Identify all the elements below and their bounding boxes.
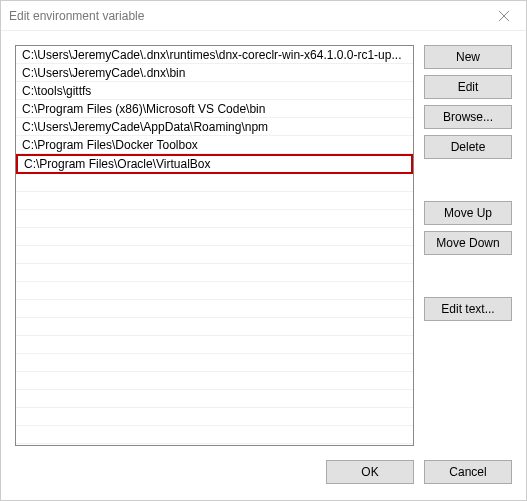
list-item[interactable] [16,192,413,210]
titlebar: Edit environment variable [1,1,526,31]
list-item[interactable] [16,318,413,336]
list-item[interactable] [16,282,413,300]
list-item[interactable] [16,174,413,192]
edit-text-button[interactable]: Edit text... [424,297,512,321]
new-button[interactable]: New [424,45,512,69]
list-item[interactable] [16,246,413,264]
dialog-footer: OK Cancel [1,454,526,500]
list-item[interactable] [16,336,413,354]
close-icon [499,11,509,21]
spacer [424,261,512,291]
dialog-content: C:\Users\JeremyCade\.dnx\runtimes\dnx-co… [1,31,526,454]
list-item[interactable]: C:\Users\JeremyCade\.dnx\bin [16,64,413,82]
list-item[interactable] [16,426,413,444]
list-item[interactable] [16,390,413,408]
list-item[interactable] [16,408,413,426]
delete-button[interactable]: Delete [424,135,512,159]
window-title: Edit environment variable [9,9,144,23]
list-item[interactable]: C:\Users\JeremyCade\AppData\Roaming\npm [16,118,413,136]
list-item[interactable]: C:\Users\JeremyCade\.dnx\runtimes\dnx-co… [16,46,413,64]
move-up-button[interactable]: Move Up [424,201,512,225]
list-item[interactable] [16,264,413,282]
browse-button[interactable]: Browse... [424,105,512,129]
edit-env-var-dialog: Edit environment variable C:\Users\Jerem… [0,0,527,501]
list-item[interactable] [16,228,413,246]
list-item[interactable] [16,210,413,228]
ok-button[interactable]: OK [326,460,414,484]
cancel-button[interactable]: Cancel [424,460,512,484]
list-item[interactable]: C:\Program Files\Docker Toolbox [16,136,413,154]
list-item[interactable] [16,300,413,318]
list-item[interactable]: C:\Program Files (x86)\Microsoft VS Code… [16,100,413,118]
spacer [424,165,512,195]
close-button[interactable] [481,1,526,31]
edit-button[interactable]: Edit [424,75,512,99]
list-item[interactable] [16,372,413,390]
list-item[interactable] [16,354,413,372]
list-item[interactable]: C:\Program Files\Oracle\VirtualBox [16,154,413,174]
list-item[interactable]: C:\tools\gittfs [16,82,413,100]
path-listbox[interactable]: C:\Users\JeremyCade\.dnx\runtimes\dnx-co… [15,45,414,446]
side-button-column: New Edit Browse... Delete Move Up Move D… [424,45,512,446]
move-down-button[interactable]: Move Down [424,231,512,255]
